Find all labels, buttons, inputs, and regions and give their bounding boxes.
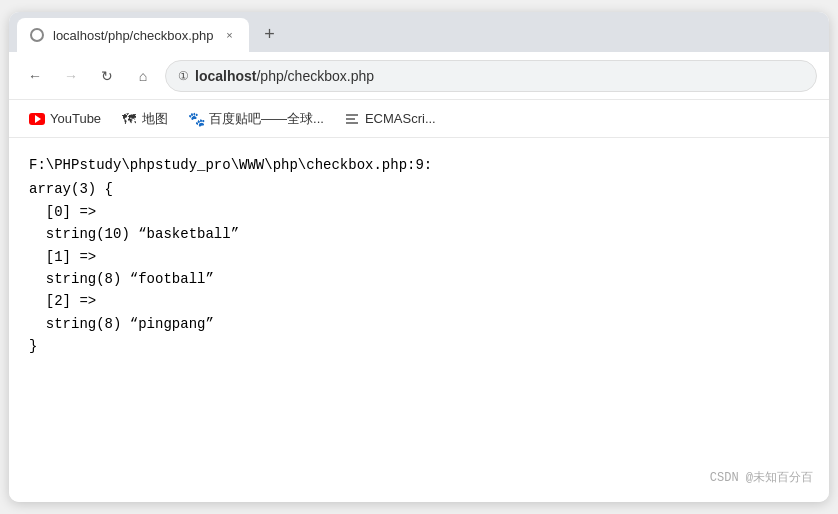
code-line-7: } <box>29 335 809 357</box>
youtube-icon <box>29 111 45 127</box>
code-line-4: string(8) “football” <box>29 268 809 290</box>
reload-button[interactable]: ↻ <box>93 62 121 90</box>
address-bar[interactable]: ① localhost/php/checkbox.php <box>165 60 817 92</box>
code-line-5: [2] => <box>29 290 809 312</box>
bookmark-ecma[interactable]: ECMAScri... <box>336 107 444 131</box>
bookmark-baidu[interactable]: 🐾 百度贴吧——全球... <box>180 106 332 132</box>
code-output: array(3) { [0] => string(10) “basketball… <box>29 178 809 357</box>
address-text: localhost/php/checkbox.php <box>195 68 374 84</box>
home-button[interactable]: ⌂ <box>129 62 157 90</box>
bookmarks-bar: YouTube 🗺 地图 🐾 百度贴吧——全球... ECMAScri... <box>9 100 829 138</box>
bookmark-youtube-label: YouTube <box>50 111 101 126</box>
file-path: F:\PHPstudy\phpstudy_pro\WWW\php\checkbo… <box>29 154 809 176</box>
active-tab[interactable]: localhost/php/checkbox.php × <box>17 18 249 52</box>
watermark: CSDN @未知百分百 <box>710 469 813 488</box>
bookmark-baidu-label: 百度贴吧——全球... <box>209 110 324 128</box>
code-line-3: [1] => <box>29 246 809 268</box>
ecma-icon <box>344 111 360 127</box>
tab-globe-icon <box>29 27 45 43</box>
baidu-icon: 🐾 <box>188 111 204 127</box>
bookmark-maps[interactable]: 🗺 地图 <box>113 106 176 132</box>
tab-bar: localhost/php/checkbox.php × + <box>9 12 829 52</box>
code-line-2: string(10) “basketball” <box>29 223 809 245</box>
new-tab-button[interactable]: + <box>253 18 285 50</box>
content-area: F:\PHPstudy\phpstudy_pro\WWW\php\checkbo… <box>9 138 829 502</box>
maps-icon: 🗺 <box>121 111 137 127</box>
forward-button[interactable]: → <box>57 62 85 90</box>
browser-window: localhost/php/checkbox.php × + ← → ↻ ⌂ ①… <box>9 12 829 502</box>
nav-bar: ← → ↻ ⌂ ① localhost/php/checkbox.php <box>9 52 829 100</box>
tab-title: localhost/php/checkbox.php <box>53 28 213 43</box>
address-info-icon: ① <box>178 69 189 83</box>
back-button[interactable]: ← <box>21 62 49 90</box>
tab-close-button[interactable]: × <box>221 27 237 43</box>
bookmark-youtube[interactable]: YouTube <box>21 107 109 131</box>
code-line-0: array(3) { <box>29 178 809 200</box>
code-line-1: [0] => <box>29 201 809 223</box>
address-host: localhost <box>195 68 256 84</box>
address-path: /php/checkbox.php <box>256 68 374 84</box>
code-line-6: string(8) “pingpang” <box>29 313 809 335</box>
bookmark-maps-label: 地图 <box>142 110 168 128</box>
bookmark-ecma-label: ECMAScri... <box>365 111 436 126</box>
